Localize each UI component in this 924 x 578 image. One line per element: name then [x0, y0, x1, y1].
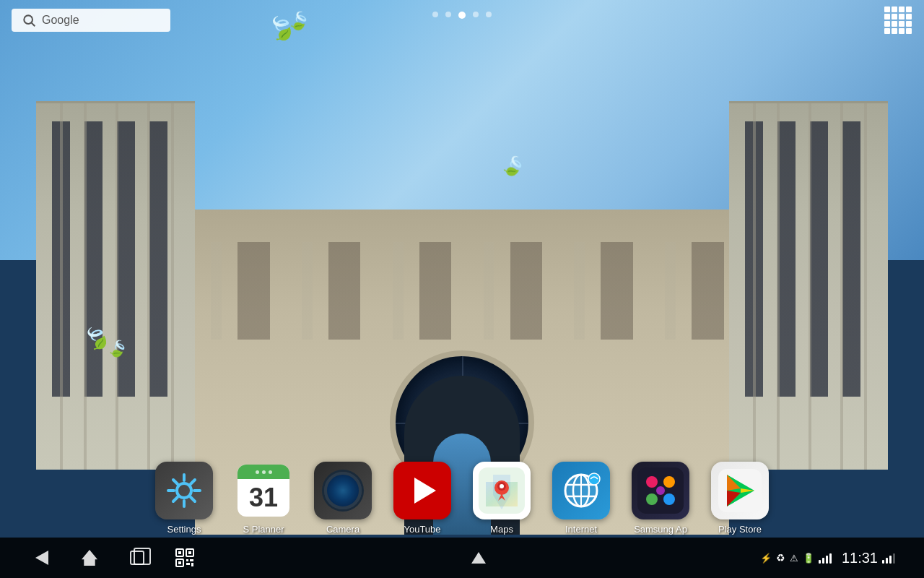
svg-rect-29 [178, 551, 181, 554]
svg-rect-35 [190, 559, 193, 561]
svg-point-25 [663, 493, 675, 505]
page-dot-1[interactable] [432, 12, 438, 17]
navigation-bar: ⚡ ♻ ⚠ 🔋 11:31 [0, 538, 924, 578]
clock: 11:31 [842, 550, 878, 566]
status-bar: ⚡ ♻ ⚠ 🔋 11:31 [760, 550, 895, 566]
app-dock: Settings 31 S Planner Camera [0, 462, 924, 535]
camera-app[interactable]: Camera [310, 462, 375, 535]
splanner-app[interactable]: 31 S Planner [231, 462, 296, 535]
search-icon [22, 13, 36, 27]
svg-point-24 [646, 493, 658, 505]
page-dot-2[interactable] [445, 12, 451, 17]
up-arrow-icon [471, 552, 486, 564]
camera-label: Camera [326, 524, 359, 535]
recents-button[interactable] [124, 545, 150, 571]
svg-rect-34 [186, 559, 188, 561]
svg-line-9 [191, 480, 195, 484]
nav-center [466, 545, 492, 571]
back-button[interactable] [29, 545, 55, 571]
maps-app[interactable]: Maps [469, 462, 534, 535]
usb-icon: ⚡ [760, 553, 772, 564]
svg-point-14 [500, 484, 504, 488]
maps-icon [473, 462, 531, 519]
qr-button[interactable] [172, 545, 198, 571]
page-indicator [432, 12, 492, 19]
sync-icon: ♻ [776, 552, 785, 564]
page-dot-3[interactable] [458, 12, 466, 19]
playstore-app[interactable]: Play Store [707, 462, 772, 535]
signal-indicator [819, 552, 832, 564]
svg-point-20 [588, 473, 600, 485]
svg-point-23 [663, 476, 675, 488]
top-bar: Google [0, 0, 924, 40]
back-icon [35, 551, 48, 565]
samsung-label: Samsung Ap [634, 524, 687, 535]
samsung-app[interactable]: Samsung Ap [628, 462, 693, 535]
splanner-icon: 31 [235, 462, 292, 519]
internet-label: Internet [565, 524, 597, 535]
svg-rect-36 [186, 563, 190, 565]
svg-rect-37 [191, 563, 193, 566]
home-icon [82, 550, 97, 566]
tower-right [729, 101, 888, 470]
internet-icon [552, 462, 610, 519]
page-dot-4[interactable] [473, 12, 479, 17]
grid-icon [884, 7, 912, 34]
svg-line-10 [173, 497, 178, 501]
samsung-icon [632, 462, 689, 519]
warning-icon: ⚠ [790, 553, 798, 564]
qr-icon [175, 548, 195, 568]
all-apps-button[interactable] [884, 6, 912, 35]
svg-line-7 [173, 480, 178, 484]
svg-point-22 [646, 476, 658, 488]
playstore-icon [711, 462, 769, 519]
google-search-bar[interactable]: Google [12, 9, 170, 32]
recents-icon [130, 551, 144, 565]
svg-rect-31 [188, 551, 191, 554]
maps-label: Maps [490, 524, 513, 535]
youtube-label: YouTube [404, 524, 440, 535]
internet-app[interactable]: Internet [549, 462, 614, 535]
battery-icon: 🔋 [803, 553, 814, 564]
svg-point-0 [24, 15, 32, 24]
playstore-label: Play Store [718, 524, 762, 535]
youtube-app[interactable]: YouTube [390, 462, 455, 535]
splanner-label: S Planner [243, 524, 284, 535]
svg-line-1 [32, 23, 35, 27]
svg-point-2 [177, 483, 191, 498]
svg-rect-33 [178, 561, 181, 564]
settings-label: Settings [167, 524, 201, 535]
up-button[interactable] [466, 545, 492, 571]
calendar-date: 31 [237, 479, 289, 517]
search-label: Google [42, 14, 79, 27]
settings-app[interactable]: Settings [152, 462, 217, 535]
nav-left-buttons [29, 545, 198, 571]
svg-line-8 [191, 497, 195, 501]
settings-icon [155, 462, 213, 519]
camera-icon [314, 462, 372, 519]
tower-left [36, 101, 195, 470]
home-button[interactable] [77, 545, 103, 571]
youtube-icon [393, 462, 451, 519]
network-signal [882, 552, 895, 564]
svg-point-26 [656, 486, 665, 495]
page-dot-5[interactable] [486, 12, 492, 17]
